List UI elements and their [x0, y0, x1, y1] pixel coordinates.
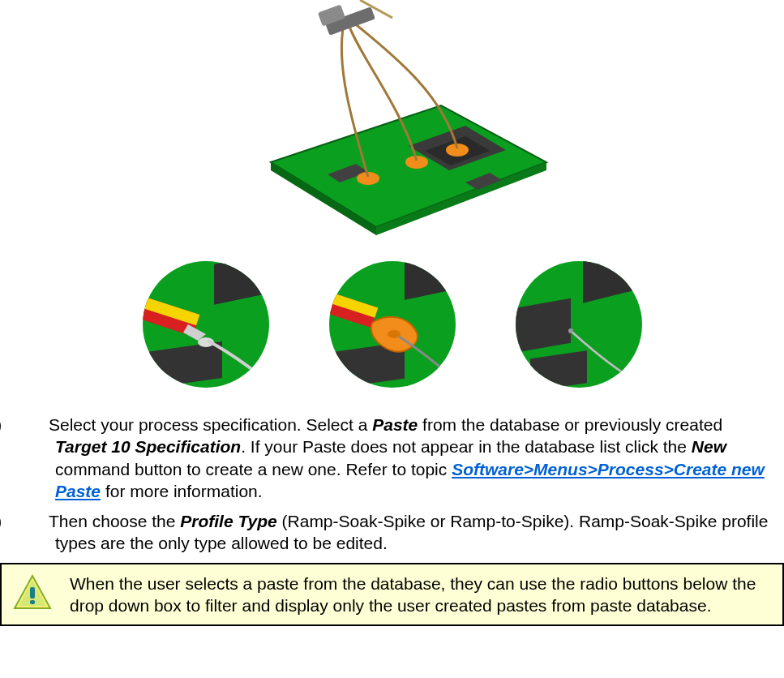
detail-illustration-2	[328, 260, 457, 389]
svg-rect-37	[30, 587, 35, 599]
step-17-text-a: Then choose the	[49, 512, 180, 530]
step-16: 16)Select your process specification. Se…	[55, 414, 776, 502]
note-text: When the user selects a paste from the d…	[70, 573, 773, 617]
svg-point-28	[388, 330, 401, 338]
emphasis-paste: Paste	[372, 415, 418, 434]
emphasis-profile-type: Profile Type	[180, 512, 276, 530]
step-17-number: 17)	[16, 510, 49, 532]
svg-rect-24	[405, 260, 457, 300]
step-17: 17)Then choose the Profile Type (Ramp-So…	[55, 510, 776, 555]
step-16-text-d: command button to create a new one. Refe…	[55, 460, 452, 478]
detail-illustration-3	[514, 260, 644, 389]
emphasis-target-spec: Target 10 Specification	[55, 437, 241, 456]
step-16-text-a: Select your process specification. Selec…	[49, 415, 372, 434]
emphasis-new: New	[692, 437, 726, 456]
pcb-thermocouple-illustration	[198, 0, 587, 243]
note-warning-icon	[11, 573, 54, 615]
detail-illustration-1	[141, 260, 271, 389]
svg-point-34	[568, 328, 573, 333]
step-16-number: 16)	[16, 414, 49, 436]
note-callout: When the user selects a paste from the d…	[0, 563, 784, 627]
svg-rect-38	[30, 600, 35, 604]
step-16-text-b: from the database or previously created	[418, 415, 722, 434]
step-16-text-e: for more information.	[101, 482, 263, 500]
step-16-text-c: . If your Paste does not appear in the d…	[241, 437, 692, 456]
detail-illustrations-row	[0, 260, 784, 389]
